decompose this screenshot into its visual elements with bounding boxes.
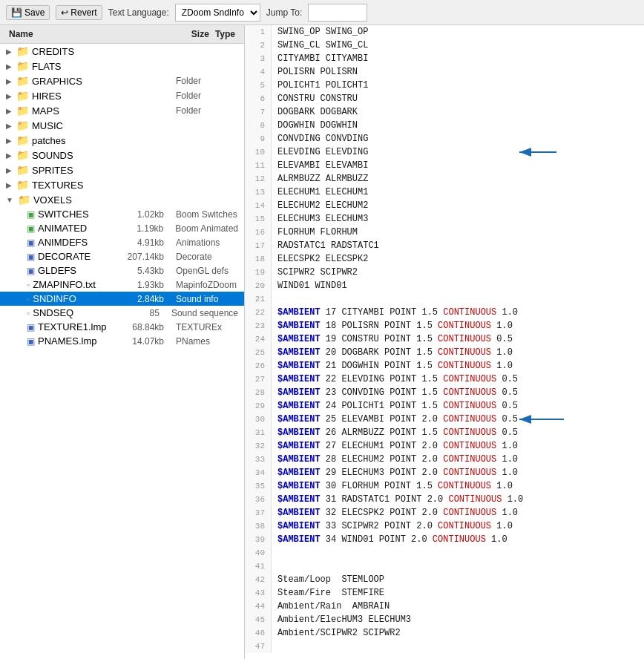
tree-item-size: 1.93kb [125,279,170,291]
file-icon: ▫ [27,308,30,318]
tree-item-animdefs[interactable]: ▣ANIMDEFS4.91kbAnimations [0,235,244,249]
tree-item-maps[interactable]: ▶📁MAPSFolder [0,103,244,118]
line-number: 22 [245,306,272,319]
tree-item-label: GLDEFS [38,265,76,276]
tree-item-type: TEXTUREx [170,321,244,333]
tree-item-gldefs[interactable]: ▣GLDEFS5.43kbOpenGL defs [0,263,244,278]
line-content: $AMBIENT 23 CONVDING POINT 1.5 CONTINUOU… [272,386,644,399]
tree-item-animated[interactable]: ▣ANIMATED1.19kbBoom Animated [0,221,244,235]
chevron-icon: ▼ [6,196,13,204]
jump-to-input[interactable] [308,4,367,22]
line-content: ELEVAMBI ELEVAMBI [272,159,644,172]
tree-item-voxels[interactable]: ▼📁VOXELS [0,192,244,207]
tree-item-credits[interactable]: ▶📁CREDITS [0,44,244,59]
line-number: 10 [245,145,272,159]
line-content [272,560,644,573]
tree-item-size [125,125,170,126]
tree-item-flats[interactable]: ▶📁FLATS [0,59,244,73]
tree-item-sndinfo[interactable]: ▫SNDINFO2.84kbSound info [0,292,244,306]
line-number: 24 [245,332,272,346]
tree-item-label: SNDINFO [33,293,76,304]
save-button[interactable]: 💾 Save [6,5,50,20]
tree-item-type: Sound info [170,293,244,305]
line-content: $AMBIENT 28 ELECHUM2 POINT 2.0 CONTINUOU… [272,453,644,466]
line-number: 23 [245,319,272,332]
line-content: $AMBIENT 33 SCIPWR2 POINT 2.0 CONTINUOUS… [272,519,644,533]
toolbar: 💾 Save ↩ Revert Text Language: ZDoom Snd… [0,0,644,25]
tree-item-sounds[interactable]: ▶📁SOUNDS [0,148,244,163]
line-number: 21 [245,292,272,306]
tree-item-size [125,50,170,52]
file-blue-icon: ▣ [27,266,35,276]
text-language-select[interactable]: ZDoom SndInfo [175,4,260,22]
code-line: 27$AMBIENT 22 ELEVDING POINT 1.5 CONTINU… [245,373,644,386]
tree-item-label: MUSIC [32,120,63,131]
col-name: Name [6,27,188,41]
tree-item-switches[interactable]: ▣SWITCHES1.02kbBoom Switches [0,207,244,221]
tree-item-hires[interactable]: ▶📁HIRESFolder [0,88,244,103]
line-content: RADSTATC1 RADSTATC1 [272,239,644,252]
tree-item-type: Folder [170,105,244,117]
line-content: $AMBIENT 19 CONSTRU POINT 1.5 CONTINUOUS… [272,332,644,346]
tree-item-decorate[interactable]: ▣DECORATE207.14kbDecorate [0,249,244,263]
line-number: 38 [245,519,272,533]
code-line: 15ELECHUM3 ELECHUM3 [245,212,644,226]
tree-item-graphics[interactable]: ▶📁GRAPHICSFolder [0,73,244,88]
tree-item-zmapinfo[interactable]: ▫ZMAPINFO.txt1.93kbMapinfoZDoom [0,278,244,292]
tree-item-sndseq[interactable]: ▫SNDSEQ85Sound sequence [0,306,244,320]
revert-button[interactable]: ↩ Revert [56,5,102,20]
folder-icon: 📁 [18,194,30,206]
tree-item-label: SOUNDS [32,150,73,161]
tree-item-label: CREDITS [32,46,74,57]
line-number: 47 [245,640,272,653]
line-content: $AMBIENT 21 DOGWHIN POINT 1.5 CONTINUOUS… [272,359,644,373]
file-tree: Name Size Type ▶📁CREDITS▶📁FLATS▶📁GRAPHIC… [0,25,245,659]
tree-item-type [170,125,244,126]
code-line: 40 [245,546,644,560]
line-content: POLICHT1 POLICHT1 [272,79,644,92]
tree-item-sprites[interactable]: ▶📁SPRITES [0,163,244,177]
code-line: 1SWING_OP SWING_OP [245,25,644,39]
code-panel[interactable]: 1SWING_OP SWING_OP2SWING_CL SWING_CL3CIT… [245,25,644,659]
code-line: 9CONVDING CONVDING [245,132,644,145]
code-line: 32$AMBIENT 27 ELECHUM1 POINT 2.0 CONTINU… [245,439,644,453]
line-content: $AMBIENT 34 WIND01 POINT 2.0 CONTINUOUS … [272,533,644,546]
line-number: 27 [245,373,272,386]
tree-item-label: VOXELS [33,194,72,206]
code-line: 18ELECSPK2 ELECSPK2 [245,252,644,266]
tree-item-size: 2.84kb [125,293,170,305]
tree-item-pnames[interactable]: ▣PNAMES.lmp14.07kbPNames [0,334,244,348]
code-line: 6CONSTRU CONSTRU [245,92,644,105]
code-line: 26$AMBIENT 21 DOGWHIN POINT 1.5 CONTINUO… [245,359,644,373]
line-content: ELEVDING ELEVDING [272,145,644,159]
file-blue-icon: ▣ [27,252,35,262]
line-number: 2 [245,39,272,52]
line-content: CONSTRU CONSTRU [272,92,644,105]
chevron-icon: ▶ [6,77,12,85]
line-content: $AMBIENT 29 ELECHUM3 POINT 2.0 CONTINUOU… [272,466,644,479]
main-area: Name Size Type ▶📁CREDITS▶📁FLATS▶📁GRAPHIC… [0,25,644,659]
folder-icon: 📁 [16,149,29,161]
line-number: 37 [245,506,272,519]
line-number: 16 [245,226,272,239]
text-language-label: Text Language: [108,7,169,18]
line-content: DOGBARK DOGBARK [272,105,644,119]
line-number: 15 [245,212,272,226]
code-lines: 1SWING_OP SWING_OP2SWING_CL SWING_CL3CIT… [245,25,644,653]
line-content: Ambient/SCIPWR2 SCIPWR2 [272,626,644,640]
tree-item-label: SWITCHES [38,209,89,220]
tree-item-type: Animations [170,237,244,249]
line-number: 44 [245,600,272,613]
code-line: 25$AMBIENT 20 DOGBARK POINT 1.5 CONTINUO… [245,346,644,359]
tree-item-texture1[interactable]: ▣TEXTURE1.lmp68.84kbTEXTUREx [0,320,244,334]
line-content: DOGWHIN DOGWHIN [272,119,644,132]
code-line: 47 [245,640,644,653]
tree-item-type [170,140,244,141]
tree-item-size: 207.14kb [122,251,170,263]
tree-item-type: OpenGL defs [170,265,244,277]
line-content: Steam/Fire STEMFIRE [272,586,644,600]
code-line: 2SWING_CL SWING_CL [245,39,644,52]
tree-item-textures[interactable]: ▶📁TEXTURES [0,177,244,192]
tree-item-patches[interactable]: ▶📁patches [0,133,244,148]
tree-item-music[interactable]: ▶📁MUSIC [0,118,244,133]
